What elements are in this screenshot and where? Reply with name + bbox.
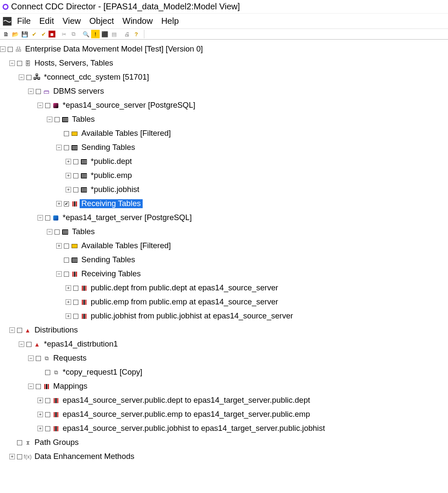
tb-open-icon[interactable]: 📂 xyxy=(11,30,20,38)
node-src-send-jobhist[interactable]: + *public.jobhist xyxy=(0,183,448,197)
node-map-emp[interactable]: + epas14_source_server.public.emp to epa… xyxy=(0,407,448,421)
menu-edit[interactable]: Edit xyxy=(36,15,57,27)
node-dem[interactable]: + f(x) Data Enhancement Methods xyxy=(0,450,448,464)
node-map-dept[interactable]: + epas14_source_server.public.dept to ep… xyxy=(0,393,448,407)
menu-object[interactable]: Object xyxy=(86,15,118,27)
node-pathgroups[interactable]: ⧗ Path Groups xyxy=(0,436,448,450)
expand-icon[interactable]: − xyxy=(0,46,6,52)
node-tgt-recv-emp[interactable]: + public.emp from public.emp at epas14_s… xyxy=(0,295,448,309)
node-src-tables[interactable]: − Tables xyxy=(0,112,448,126)
expand-icon[interactable]: + xyxy=(66,299,71,305)
expand-icon[interactable]: − xyxy=(9,327,15,333)
checkbox[interactable] xyxy=(55,117,60,122)
checkbox[interactable] xyxy=(17,328,22,333)
node-target-server[interactable]: − *epas14_target_server [PostgreSQL] xyxy=(0,211,448,225)
menu-help[interactable]: Help xyxy=(158,15,182,27)
menu-view[interactable]: View xyxy=(59,15,84,27)
node-map-jobhist[interactable]: + epas14_source_server.public.jobhist to… xyxy=(0,421,448,436)
checkbox[interactable] xyxy=(8,47,13,52)
node-dbms[interactable]: − 🗃 DBMS servers xyxy=(0,84,448,98)
expand-icon[interactable]: + xyxy=(66,173,71,178)
expand-icon[interactable]: − xyxy=(56,271,62,277)
expand-icon[interactable]: + xyxy=(9,454,15,459)
node-tgt-receiving[interactable]: − Receiving Tables xyxy=(0,267,448,281)
checkbox[interactable] xyxy=(36,384,41,389)
expand-icon[interactable]: − xyxy=(28,384,34,389)
checkbox[interactable] xyxy=(73,300,78,305)
checkbox[interactable] xyxy=(73,187,78,192)
tb-search-icon[interactable]: 🔍 xyxy=(82,30,90,38)
node-src-receiving[interactable]: + ✔ Receiving Tables xyxy=(0,197,448,211)
checkbox[interactable] xyxy=(73,286,78,291)
checkbox[interactable] xyxy=(36,89,41,94)
expand-icon[interactable]: − xyxy=(47,229,52,235)
node-distributions[interactable]: − ▲ Distributions xyxy=(0,323,448,337)
tb-copy-icon[interactable]: ⧉ xyxy=(69,30,78,38)
tb-cut-icon[interactable]: ✂ xyxy=(60,30,68,38)
tb-validate-a-icon[interactable]: ✔ xyxy=(30,30,38,38)
checkbox[interactable]: ✔ xyxy=(64,201,69,206)
node-requests[interactable]: − ⧉ Requests xyxy=(0,351,448,365)
expand-icon[interactable]: + xyxy=(37,412,43,417)
checkbox[interactable] xyxy=(64,258,69,263)
expand-icon[interactable]: − xyxy=(56,145,62,150)
expand-icon[interactable]: + xyxy=(56,201,62,206)
node-src-sending[interactable]: − Sending Tables xyxy=(0,140,448,155)
node-tgt-recv-dept[interactable]: + public.dept from public.dept at epas14… xyxy=(0,281,448,295)
tb-validate-b-icon[interactable]: ✔ xyxy=(39,30,48,38)
node-root[interactable]: − 品 Enterprise Data Movement Model [Test… xyxy=(0,42,448,56)
checkbox[interactable] xyxy=(64,244,69,249)
node-tgt-sending[interactable]: Sending Tables xyxy=(0,253,448,267)
node-tgt-available[interactable]: + Available Tables [Filtered] xyxy=(0,239,448,253)
tb-print-icon[interactable]: 🖨 xyxy=(123,30,131,38)
node-system[interactable]: − 🖧 *connect_cdc_system [51701] xyxy=(0,70,448,84)
checkbox[interactable] xyxy=(64,131,69,136)
node-hosts[interactable]: − 🗄 Hosts, Servers, Tables xyxy=(0,56,448,70)
tb-warn-icon[interactable]: ! xyxy=(91,30,100,38)
expand-icon[interactable]: + xyxy=(66,187,71,192)
checkbox[interactable] xyxy=(73,159,78,164)
node-tgt-recv-jobhist[interactable]: + public.jobhist from public.jobhist at … xyxy=(0,309,448,323)
checkbox[interactable] xyxy=(73,173,78,178)
tb-new-icon[interactable]: 🗎 xyxy=(2,30,10,38)
tb-help-icon[interactable]: ? xyxy=(132,30,141,38)
node-src-send-dept[interactable]: + *public.dept xyxy=(0,155,448,169)
expand-icon[interactable]: − xyxy=(28,355,34,361)
node-source-server[interactable]: − *epas14_source_server [PostgreSQL] xyxy=(0,98,448,112)
expand-icon[interactable]: − xyxy=(9,60,15,66)
checkbox[interactable] xyxy=(45,426,50,431)
checkbox[interactable] xyxy=(73,314,78,319)
expand-icon[interactable]: + xyxy=(66,313,71,319)
checkbox[interactable] xyxy=(17,61,22,66)
node-src-available[interactable]: Available Tables [Filtered] xyxy=(0,126,448,140)
expand-icon[interactable]: − xyxy=(37,103,43,108)
checkbox[interactable] xyxy=(45,215,50,221)
checkbox[interactable] xyxy=(26,342,32,347)
expand-icon[interactable]: − xyxy=(19,75,24,80)
expand-icon[interactable]: + xyxy=(66,159,71,164)
checkbox[interactable] xyxy=(64,272,69,277)
tb-save-icon[interactable]: 💾 xyxy=(20,30,29,38)
checkbox[interactable] xyxy=(45,412,50,417)
checkbox[interactable] xyxy=(45,103,50,108)
expand-icon[interactable]: − xyxy=(47,117,52,122)
expand-icon[interactable]: + xyxy=(56,243,62,249)
node-request1[interactable]: ⧉ *copy_request1 [Copy] xyxy=(0,365,448,379)
tb-commit-icon[interactable]: ⬛ xyxy=(101,30,109,38)
tb-props-icon[interactable]: ▤ xyxy=(110,30,118,38)
checkbox[interactable] xyxy=(45,370,50,375)
node-dist1[interactable]: − ▲ *epas14_distrbution1 xyxy=(0,337,448,351)
checkbox[interactable] xyxy=(17,440,22,445)
node-tgt-tables[interactable]: − Tables xyxy=(0,225,448,239)
menu-window[interactable]: Window xyxy=(119,15,156,27)
node-src-send-emp[interactable]: + *public.emp xyxy=(0,169,448,183)
expand-icon[interactable]: + xyxy=(37,398,43,403)
checkbox[interactable] xyxy=(36,356,41,361)
expand-icon[interactable]: + xyxy=(37,426,43,431)
node-mappings[interactable]: − Mappings xyxy=(0,379,448,393)
tb-stop-icon[interactable]: ■ xyxy=(49,31,55,37)
expand-icon[interactable]: − xyxy=(28,89,34,94)
checkbox[interactable] xyxy=(45,398,50,403)
checkbox[interactable] xyxy=(55,229,60,235)
expand-icon[interactable]: − xyxy=(37,215,43,221)
